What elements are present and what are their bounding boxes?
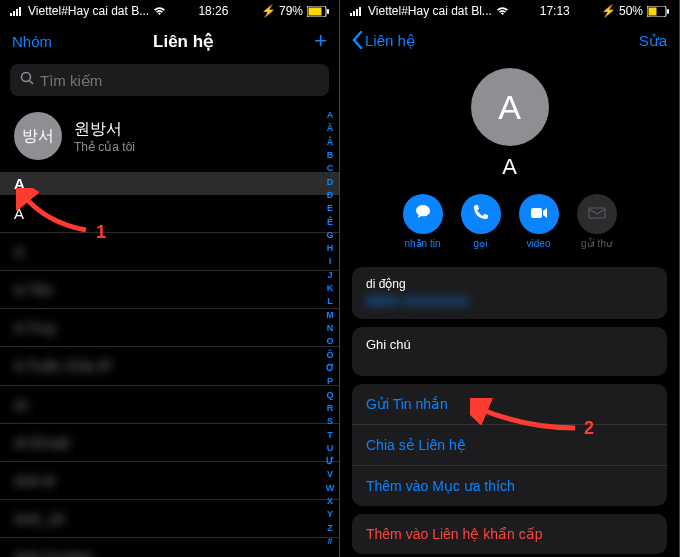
- index-letter[interactable]: R: [327, 403, 334, 414]
- nav-bar: Nhóm Liên hệ +: [0, 22, 339, 60]
- phone-label: di động: [366, 277, 653, 291]
- status-bar: Viettel#Hay cai dat B... 18:26 ⚡ 79%: [0, 0, 339, 22]
- back-button[interactable]: Liên hệ: [352, 31, 415, 52]
- mail-icon: [588, 205, 606, 223]
- add-contact-button[interactable]: +: [314, 28, 327, 54]
- svg-rect-14: [649, 7, 657, 15]
- contact-row[interactable]: A: [0, 195, 339, 233]
- contact-avatar: A: [471, 68, 549, 146]
- index-letter[interactable]: D: [327, 177, 334, 188]
- svg-rect-1: [13, 11, 15, 16]
- svg-rect-12: [359, 7, 361, 16]
- add-emergency-row[interactable]: Thêm vào Liên hệ khẩn cấp: [352, 514, 667, 554]
- my-card-sub: Thẻ của tôi: [74, 140, 135, 154]
- avatar: 방서: [14, 112, 62, 160]
- index-letter[interactable]: B: [327, 150, 334, 161]
- status-bar: Viettel#Hay cai dat Bl... 17:13 ⚡ 50%: [340, 0, 679, 22]
- index-letter[interactable]: H: [327, 243, 334, 254]
- carrier-label: Viettel#Hay cai dat B...: [28, 4, 149, 18]
- svg-rect-0: [10, 13, 12, 16]
- index-letter[interactable]: I: [329, 256, 332, 267]
- index-letter[interactable]: Q: [326, 390, 333, 401]
- index-letter[interactable]: #: [327, 536, 332, 547]
- index-letter[interactable]: O: [326, 336, 333, 347]
- carrier-label: Viettel#Hay cai dat Bl...: [368, 4, 492, 18]
- signal-icon: [10, 6, 24, 16]
- svg-rect-9: [350, 13, 352, 16]
- battery-icon: [647, 6, 669, 17]
- index-letter[interactable]: Â: [327, 137, 334, 148]
- index-letter[interactable]: J: [327, 270, 332, 281]
- contact-row[interactable]: Ai: [0, 386, 339, 424]
- battery-label: ⚡ 50%: [601, 4, 643, 18]
- index-bar[interactable]: AĂÂBCDĐEÊGHIJKLMNOÔƠPQRSTUƯVWXYZ#: [323, 110, 337, 547]
- contact-row[interactable]: A Tuấn Sửa IP: [0, 347, 339, 386]
- index-letter[interactable]: L: [327, 296, 333, 307]
- index-letter[interactable]: Ô: [326, 350, 333, 361]
- search-field[interactable]: [40, 72, 319, 89]
- contact-row[interactable]: A: [0, 233, 339, 271]
- index-letter[interactable]: G: [326, 230, 333, 241]
- battery-icon: [307, 6, 329, 17]
- svg-rect-10: [353, 11, 355, 16]
- search-icon: [20, 71, 34, 89]
- index-letter[interactable]: Z: [327, 523, 333, 534]
- phone-value: 084X-XXXXXXX: [366, 293, 653, 309]
- index-letter[interactable]: N: [327, 323, 334, 334]
- svg-rect-5: [309, 7, 322, 15]
- index-letter[interactable]: P: [327, 376, 333, 387]
- index-letter[interactable]: A: [327, 110, 334, 121]
- video-button[interactable]: video: [519, 194, 559, 249]
- page-title: Liên hệ: [153, 31, 213, 52]
- action-row: nhắn tin gọi video gửi thư: [340, 194, 679, 249]
- message-icon: [414, 203, 432, 225]
- send-message-row[interactable]: Gửi Tin nhắn: [352, 384, 667, 425]
- index-letter[interactable]: C: [327, 163, 334, 174]
- index-letter[interactable]: S: [327, 416, 333, 427]
- svg-rect-6: [327, 9, 329, 14]
- my-card[interactable]: 방서 원방서 Thẻ của tôi: [0, 100, 339, 172]
- index-letter[interactable]: Ơ: [326, 363, 334, 374]
- phone-section[interactable]: di động 084X-XXXXXXX: [352, 267, 667, 319]
- svg-rect-11: [356, 9, 358, 16]
- index-letter[interactable]: W: [326, 483, 335, 494]
- index-letter[interactable]: X: [327, 496, 333, 507]
- edit-button[interactable]: Sửa: [639, 32, 667, 50]
- mail-button: gửi thư: [577, 194, 617, 249]
- svg-rect-17: [589, 208, 605, 218]
- call-button[interactable]: gọi: [461, 194, 501, 249]
- index-letter[interactable]: Ă: [327, 123, 334, 134]
- contact-row[interactable]: Anh B: [0, 462, 339, 500]
- video-icon: [530, 205, 548, 223]
- index-letter[interactable]: Đ: [327, 190, 334, 201]
- nav-bar: Liên hệ Sửa: [340, 22, 679, 60]
- add-favorite-row[interactable]: Thêm vào Mục ưa thích: [352, 466, 667, 506]
- share-contact-row[interactable]: Chia sẻ Liên hệ: [352, 425, 667, 466]
- link-list-2: Thêm vào Liên hệ khẩn cấp: [352, 514, 667, 554]
- contact-row[interactable]: Ai Email: [0, 424, 339, 462]
- index-letter[interactable]: E: [327, 203, 333, 214]
- contact-row[interactable]: A Tên: [0, 271, 339, 309]
- index-letter[interactable]: Ê: [327, 217, 333, 228]
- search-input[interactable]: [10, 64, 329, 96]
- section-header: A: [0, 172, 339, 195]
- svg-point-7: [22, 73, 31, 82]
- groups-button[interactable]: Nhóm: [12, 33, 52, 50]
- message-button[interactable]: nhắn tin: [403, 194, 443, 249]
- index-letter[interactable]: K: [327, 283, 334, 294]
- index-letter[interactable]: V: [327, 469, 333, 480]
- index-letter[interactable]: T: [327, 430, 333, 441]
- index-letter[interactable]: M: [326, 310, 334, 321]
- time-label: 17:13: [540, 4, 570, 18]
- contact-row[interactable]: A Truy: [0, 309, 339, 347]
- index-letter[interactable]: U: [327, 443, 334, 454]
- contact-row[interactable]: Anh_sh: [0, 500, 339, 538]
- contact-name: A: [340, 154, 679, 180]
- index-letter[interactable]: Y: [327, 509, 333, 520]
- wifi-icon: [496, 6, 509, 16]
- note-section[interactable]: Ghi chú: [352, 327, 667, 376]
- index-letter[interactable]: Ư: [326, 456, 334, 467]
- note-label: Ghi chú: [366, 337, 653, 352]
- svg-rect-3: [19, 7, 21, 16]
- contact-row[interactable]: Anh Dương: [0, 538, 339, 557]
